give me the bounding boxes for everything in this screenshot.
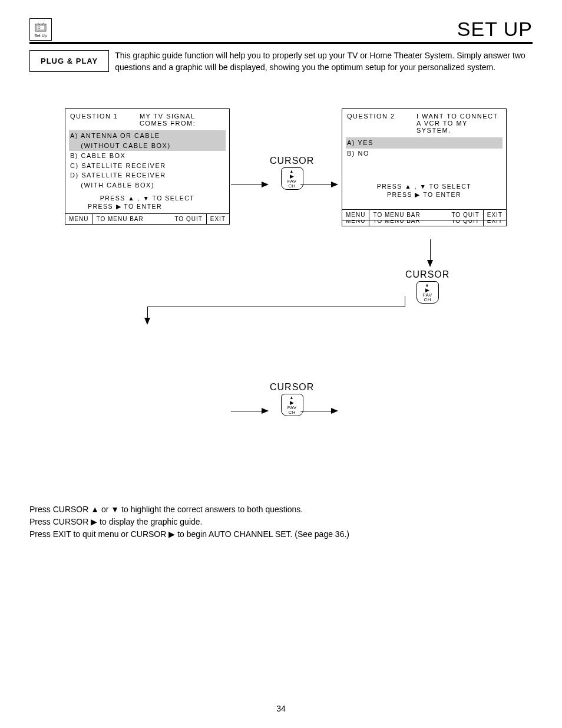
q1-title: QUESTION 1 (70, 113, 118, 127)
arrow (231, 411, 262, 411)
instr-line2: Press CURSOR ▶ to display the graphic gu… (29, 516, 533, 528)
arrow-head (144, 318, 150, 325)
screen-question1: QUESTION 1 MY TV SIGNAL COMES FROM: A) A… (65, 108, 230, 225)
arrow-head (331, 182, 338, 187)
screen-question2: QUESTION 2 I WANT TO CONNECT A VCR TO MY… (342, 108, 507, 220)
arrow (405, 296, 405, 307)
instr-line1: Press CURSOR ▲ or ▼ to highlight the cor… (29, 503, 533, 516)
cursor-button-icon: ▶ FAVCH (281, 167, 303, 190)
setup-icon-label: Set Up (34, 34, 47, 38)
q1-opt-a-highlight: A) ANTENNA OR CABLE (WITHOUT CABLE BOX) (69, 130, 226, 151)
q2-subtitle: I WANT TO CONNECT A VCR TO MY SYSTEM. (416, 113, 501, 134)
svg-line-3 (38, 23, 39, 25)
cursor-button-icon: ▶ FAVCH (416, 281, 439, 304)
cursor-label: CURSOR (405, 269, 449, 280)
q1-press-select: PRESS ▲ , ▼ TO SELECT (70, 195, 224, 202)
arrow-head (262, 408, 269, 414)
tv-setup-glyph (34, 22, 47, 34)
section-label: PLUG & PLAY (29, 50, 109, 72)
instr-line3: Press EXIT to quit menu or CURSOR ▶ to b… (29, 528, 533, 541)
arrow (300, 411, 332, 411)
page-title: SET UP (457, 18, 533, 41)
cursor-label: CURSOR (270, 382, 314, 393)
screen-footer: MENU TO MENU BAR TO QUIT EXIT (65, 213, 229, 224)
arrow (147, 307, 405, 307)
cursor-block-2: CURSOR ▶ FAVCH (405, 269, 449, 304)
arrow (231, 185, 262, 185)
q2-title: QUESTION 2 (347, 113, 395, 134)
intro-text: This graphic guide function will help yo… (115, 50, 533, 73)
q2-press-select: PRESS ▲ , ▼ TO SELECT (347, 183, 501, 190)
arrow (300, 185, 332, 185)
q1-press-enter: PRESS ▶ TO ENTER (70, 203, 224, 210)
cursor-button-icon: ▶ FAVCH (281, 394, 303, 416)
cursor-label: CURSOR (270, 156, 314, 166)
instructions: Press CURSOR ▲ or ▼ to highlight the cor… (29, 503, 533, 541)
q1-subtitle: MY TV SIGNAL COMES FROM: (140, 113, 224, 127)
header-rule (29, 42, 533, 44)
svg-line-4 (42, 23, 44, 25)
q1-options: A) ANTENNA OR CABLE (WITHOUT CABLE BOX) … (70, 130, 224, 190)
page-number: 34 (0, 704, 562, 713)
screen-footer: MENU TO MENU BAR TO QUIT EXIT (342, 209, 506, 220)
arrow-head (427, 260, 433, 267)
q2-opt-a-highlight: A) YES (346, 137, 503, 149)
q2-options: A) YES B) NO (347, 137, 501, 158)
svg-point-2 (38, 27, 40, 29)
q2-press-enter: PRESS ▶ TO ENTER (347, 191, 501, 198)
arrow (430, 239, 431, 261)
arrow (147, 307, 148, 318)
arrow-head (331, 408, 338, 414)
setup-icon: Set Up (29, 18, 52, 41)
arrow-head (262, 182, 269, 187)
flow-diagram: Set Up Custom Video Audio Theater Info M… (29, 108, 533, 486)
